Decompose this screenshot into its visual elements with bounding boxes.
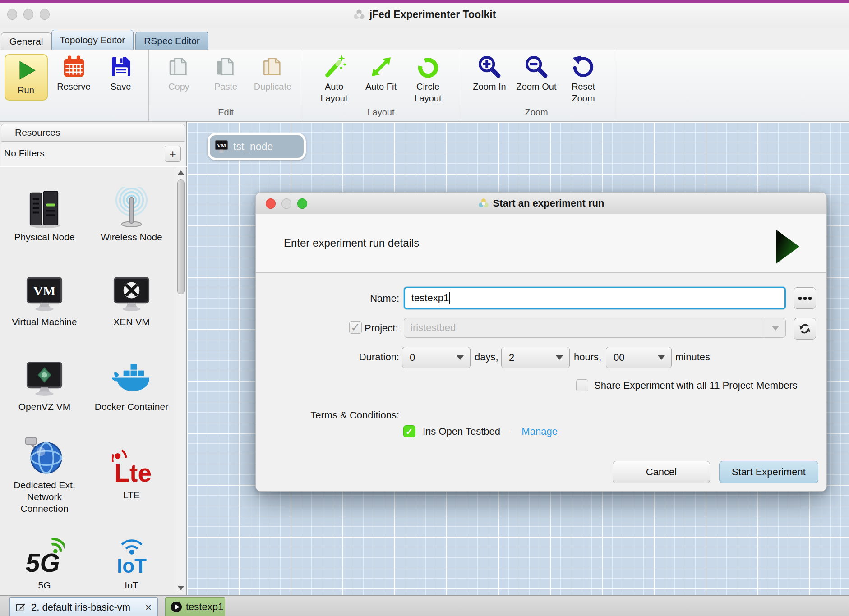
paste-button[interactable]: Paste xyxy=(203,54,249,92)
tab-topology-editor[interactable]: Topology Editor xyxy=(51,30,134,50)
resource-label: Virtual Machine xyxy=(12,316,77,328)
dialog-traffic-lights[interactable] xyxy=(266,198,307,209)
name-label: Name: xyxy=(278,293,399,304)
sidebar-item-wireless-node[interactable]: Wireless Node xyxy=(88,172,175,257)
check-icon: ✓ xyxy=(351,322,360,333)
sidebar-item-lte[interactable]: Lte LTE xyxy=(88,427,175,522)
sidebar-item-openvz-vm[interactable]: OpenVZ VM xyxy=(1,342,88,427)
dialog-minimize-icon[interactable] xyxy=(281,198,291,209)
chevron-down-icon xyxy=(178,586,184,590)
toolbar-ribbon: Run Reserve Save xyxy=(0,50,849,122)
reserve-label: Reserve xyxy=(57,81,90,92)
sidebar-item-physical-node[interactable]: Physical Node xyxy=(1,172,88,257)
ellipsis-icon xyxy=(798,297,802,300)
start-experiment-dialog: Start an experiment run Enter experiment… xyxy=(255,192,827,492)
lte-icon: Lte xyxy=(112,448,152,487)
bottom-tab-testexp1[interactable]: testexp1 xyxy=(165,597,225,616)
name-more-button[interactable] xyxy=(794,287,816,309)
sidebar-item-iot[interactable]: IoT IoT xyxy=(88,522,175,607)
close-window-icon[interactable] xyxy=(7,9,17,20)
zoom-in-button[interactable]: Zoom In xyxy=(466,54,513,92)
refresh-projects-button[interactable] xyxy=(794,318,816,340)
iot-glyph: IoT xyxy=(117,555,147,577)
dialog-close-icon[interactable] xyxy=(266,198,276,209)
reset-zoom-button[interactable]: Reset Zoom xyxy=(560,54,607,104)
sidebar-scrollbar[interactable] xyxy=(176,167,185,593)
share-experiment-label: Share Experiment with all 11 Project Mem… xyxy=(594,379,798,391)
minutes-select[interactable]: 00 xyxy=(606,347,672,368)
maximize-window-icon[interactable] xyxy=(40,9,50,20)
save-button[interactable]: Save xyxy=(97,54,144,92)
xen-vm-icon xyxy=(110,271,153,314)
add-filter-button[interactable]: + xyxy=(165,146,181,162)
tab-general[interactable]: General xyxy=(1,32,51,50)
save-label: Save xyxy=(111,81,131,92)
sidebar-divider xyxy=(0,166,187,167)
chevron-down-icon xyxy=(771,326,780,331)
dialog-titlebar[interactable]: Start an experiment run xyxy=(256,193,826,214)
scroll-up-button[interactable] xyxy=(176,167,185,178)
project-checkbox[interactable]: ✓ xyxy=(349,321,362,334)
experiment-name-value: testexp1 xyxy=(411,292,449,304)
auto-layout-button[interactable]: Auto Layout xyxy=(311,54,358,104)
chevron-down-icon xyxy=(658,355,665,360)
physical-node-icon xyxy=(23,187,66,230)
bottom-tab-label: testexp1 xyxy=(186,601,223,613)
experiment-name-input[interactable]: testexp1 xyxy=(404,287,786,309)
auto-layout-label: Auto Layout xyxy=(311,81,358,104)
window-traffic-lights[interactable] xyxy=(7,9,50,20)
zoom-group-label: Zoom xyxy=(459,107,614,121)
virtual-machine-icon: VM xyxy=(23,271,66,314)
circle-layout-label: Circle Layout xyxy=(405,81,452,104)
cancel-button[interactable]: Cancel xyxy=(613,461,710,483)
sidebar-item-5g[interactable]: 5G 5G xyxy=(1,522,88,607)
sidebar-item-dedicated-ext-network[interactable]: Dedicated Ext. Network Connection xyxy=(1,427,88,522)
duplicate-button[interactable]: Duplicate xyxy=(249,54,296,92)
copy-button[interactable]: Copy xyxy=(156,54,203,92)
topology-node-tst-node[interactable]: VM tst_node xyxy=(208,133,306,160)
minimize-window-icon[interactable] xyxy=(23,9,33,20)
circle-layout-button[interactable]: Circle Layout xyxy=(405,54,452,104)
sidebar-item-virtual-machine[interactable]: VM Virtual Machine xyxy=(1,257,88,342)
dialog-maximize-icon[interactable] xyxy=(297,198,307,209)
tab-rspec-editor[interactable]: RSpec Editor xyxy=(135,32,208,50)
resource-label: XEN VM xyxy=(113,316,150,328)
close-tab-icon[interactable]: × xyxy=(145,601,152,614)
project-dropdown-cell[interactable] xyxy=(765,318,785,337)
duration-label: Duration: xyxy=(278,351,399,363)
days-select[interactable]: 0 xyxy=(402,347,471,368)
calendar-icon xyxy=(61,54,87,79)
edit-group-label: Edit xyxy=(149,107,303,121)
dash-separator: - xyxy=(509,426,512,437)
resource-label: Dedicated Ext. Network Connection xyxy=(6,479,83,515)
manage-link[interactable]: Manage xyxy=(521,426,558,437)
auto-fit-button[interactable]: Auto Fit xyxy=(358,54,405,92)
reserve-button[interactable]: Reserve xyxy=(51,54,97,92)
view-tab-bar: General Topology Editor RSpec Editor xyxy=(0,27,849,50)
globe-network-icon xyxy=(23,435,66,478)
project-value: iristestbed xyxy=(411,322,456,334)
testbed-terms-checkbox[interactable]: ✓ xyxy=(403,425,415,437)
diagonal-resize-icon xyxy=(369,54,394,79)
run-label: Run xyxy=(18,84,34,96)
bottom-tab-rspec-doc[interactable]: 2. default iris-basic-vm × xyxy=(9,597,158,616)
project-select[interactable]: iristestbed xyxy=(404,318,786,338)
sidebar-item-xen-vm[interactable]: XEN VM xyxy=(88,257,175,342)
run-button[interactable]: Run xyxy=(5,54,48,101)
sidebar-item-docker-container[interactable]: Docker Container xyxy=(88,342,175,427)
hours-select[interactable]: 2 xyxy=(501,347,570,368)
resource-label: Physical Node xyxy=(14,231,74,243)
wireless-node-icon xyxy=(110,187,153,230)
app-title: jFed Experimenter Toolkit xyxy=(353,9,496,21)
jfed-logo-color-icon xyxy=(478,198,489,209)
duplicate-label: Duplicate xyxy=(254,81,291,92)
scrollbar-thumb[interactable] xyxy=(177,179,185,294)
resource-label: Wireless Node xyxy=(101,231,162,243)
scroll-down-button[interactable] xyxy=(176,583,185,593)
zoom-out-button[interactable]: Zoom Out xyxy=(513,54,560,92)
play-icon xyxy=(14,58,39,83)
start-experiment-button[interactable]: Start Experiment xyxy=(719,461,818,483)
share-experiment-checkbox[interactable] xyxy=(576,379,588,391)
filters-label: No Filters xyxy=(4,148,45,159)
bottom-tab-label: 2. default iris-basic-vm xyxy=(31,602,130,613)
